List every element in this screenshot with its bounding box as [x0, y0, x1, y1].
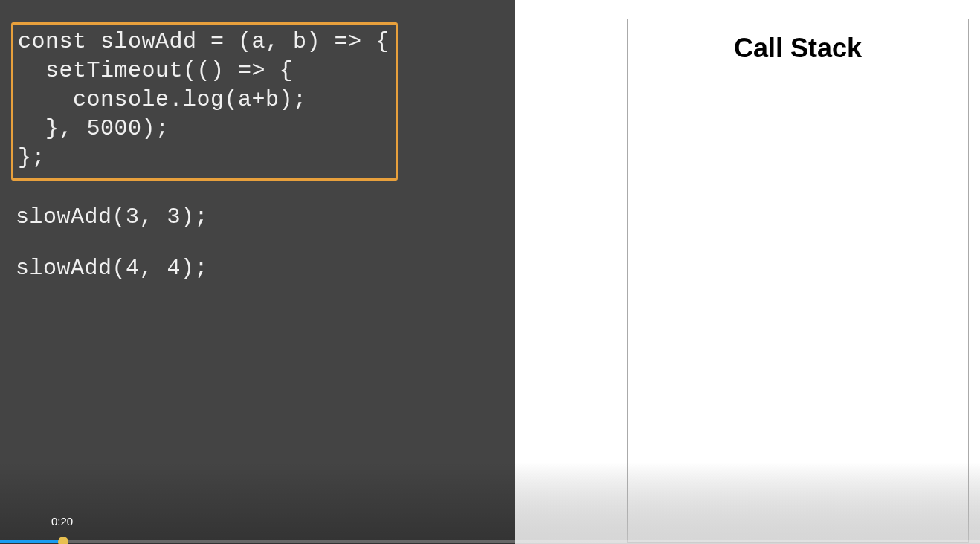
- video-timestamp: 0:20: [51, 515, 73, 528]
- video-scrubber-handle[interactable]: [58, 537, 68, 544]
- video-progress-bar[interactable]: [0, 540, 980, 543]
- highlighted-code-box: const slowAdd = (a, b) => { setTimeout((…: [11, 22, 398, 181]
- call-stack-box: Call Stack: [627, 19, 969, 543]
- code-call-1: slowAdd(3, 3);: [16, 203, 503, 232]
- code-panel: const slowAdd = (a, b) => { setTimeout((…: [0, 0, 515, 544]
- diagram-panel: Call Stack: [515, 0, 980, 544]
- code-highlighted: const slowAdd = (a, b) => { setTimeout((…: [18, 27, 390, 172]
- call-stack-title: Call Stack: [628, 33, 968, 64]
- code-call-2: slowAdd(4, 4);: [16, 254, 503, 283]
- video-progress-fill: [0, 540, 64, 543]
